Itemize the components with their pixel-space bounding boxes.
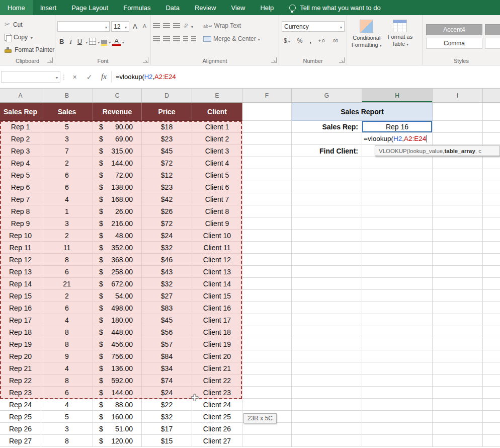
cell-empty[interactable] — [362, 157, 433, 169]
cell-empty[interactable] — [292, 435, 362, 447]
cell-price[interactable]: $32 — [142, 242, 192, 254]
formula-edit-cell[interactable]: =vlookup(H2,A2:E24 — [362, 133, 433, 145]
cell-rep[interactable]: Rep 26 — [0, 423, 41, 435]
name-box[interactable] — [1, 71, 60, 83]
cell-empty[interactable] — [292, 302, 362, 314]
cell-sales[interactable]: 8 — [41, 375, 93, 387]
cell-sales[interactable]: 2 — [41, 230, 93, 242]
style-chip-accent4[interactable]: Accent4 — [426, 24, 482, 35]
tab-help[interactable]: Help — [253, 0, 281, 15]
cell-empty[interactable] — [362, 302, 433, 314]
cell-empty[interactable] — [242, 362, 292, 375]
cell-rep[interactable]: Rep 12 — [0, 254, 41, 266]
cell-revenue[interactable]: $258.00 — [93, 266, 142, 278]
cell-client[interactable]: Client 22 — [192, 375, 242, 387]
cell-empty[interactable] — [292, 387, 362, 399]
cell-empty[interactable] — [362, 266, 433, 278]
cell-empty[interactable] — [362, 314, 433, 326]
cell-empty[interactable] — [242, 205, 292, 217]
cell-revenue[interactable]: $448.00 — [93, 326, 142, 338]
cell-empty[interactable] — [292, 350, 362, 362]
cell-empty[interactable] — [242, 290, 292, 302]
style-chip-acc[interactable]: Acc — [485, 24, 500, 35]
cell-price[interactable]: $72 — [142, 157, 192, 169]
cell-rep[interactable]: Rep 1 — [0, 121, 41, 133]
cell-empty[interactable] — [292, 242, 362, 254]
cell-empty[interactable] — [433, 362, 483, 375]
tell-me-box[interactable]: Tell me what you want to do — [289, 0, 380, 15]
cell-revenue[interactable]: $136.00 — [93, 362, 142, 375]
cell-empty[interactable] — [433, 266, 483, 278]
accounting-format-button[interactable]: $ — [281, 37, 293, 45]
format-as-table-button[interactable]: Format as Table — [385, 18, 415, 49]
cell-sales[interactable]: 1 — [41, 205, 93, 217]
cell-empty[interactable] — [362, 290, 433, 302]
cell-revenue[interactable]: $51.00 — [93, 423, 142, 435]
cell-sales[interactable]: 2 — [41, 290, 93, 302]
cell-revenue[interactable]: $26.00 — [93, 205, 142, 217]
cell-price[interactable]: $23 — [142, 133, 192, 145]
cell-empty[interactable] — [433, 338, 483, 350]
fill-color-icon[interactable] — [101, 40, 107, 44]
tab-insert[interactable]: Insert — [33, 0, 64, 15]
cell-empty[interactable] — [433, 193, 483, 205]
cell-rep[interactable]: Rep 4 — [0, 157, 41, 169]
cell-empty[interactable] — [242, 169, 292, 181]
cell-empty[interactable] — [242, 133, 292, 145]
column-header-h[interactable]: H — [362, 89, 433, 102]
cell-empty[interactable] — [433, 103, 483, 121]
cell-empty[interactable] — [433, 278, 483, 290]
cell-empty[interactable] — [242, 423, 292, 435]
cell-revenue[interactable]: $315.00 — [93, 145, 142, 157]
cell-client[interactable]: Client 3 — [192, 145, 242, 157]
format-painter-button[interactable]: Format Painter — [2, 43, 53, 56]
cell-rep[interactable]: Rep 23 — [0, 387, 41, 399]
cell-rep[interactable]: Rep 7 — [0, 193, 41, 205]
column-header-i[interactable]: I — [433, 89, 483, 102]
cell-empty[interactable] — [292, 278, 362, 290]
cell-empty[interactable] — [292, 133, 362, 145]
cell-empty[interactable] — [242, 103, 292, 121]
cell-empty[interactable] — [433, 411, 483, 423]
cell-empty[interactable] — [362, 230, 433, 242]
cell-price[interactable]: $18 — [142, 121, 192, 133]
cell-empty[interactable] — [362, 423, 433, 435]
wrap-text-button[interactable]: Wrap Text — [203, 22, 241, 29]
cell-rep[interactable]: Rep 8 — [0, 205, 41, 217]
cell-empty[interactable] — [433, 387, 483, 399]
cell-price[interactable]: $12 — [142, 169, 192, 181]
cancel-button[interactable]: × — [67, 73, 82, 81]
column-header-e[interactable]: E — [192, 89, 242, 102]
cell-rep[interactable]: Rep 16 — [0, 302, 41, 314]
cell-empty[interactable] — [292, 314, 362, 326]
cell-price[interactable]: $74 — [142, 375, 192, 387]
enter-button[interactable]: ✓ — [82, 73, 97, 81]
column-header-c[interactable]: C — [93, 89, 142, 102]
cell-revenue[interactable]: $144.00 — [93, 157, 142, 169]
cell-empty[interactable] — [242, 266, 292, 278]
cell-client[interactable]: Client 16 — [192, 302, 242, 314]
font-name-select[interactable] — [57, 21, 110, 32]
cell-empty[interactable] — [242, 230, 292, 242]
cell-client[interactable]: Client 8 — [192, 205, 242, 217]
conditional-formatting-button[interactable]: Conditional Formatting — [349, 18, 384, 50]
dialog-launcher-icon[interactable] — [47, 57, 53, 63]
cell-revenue[interactable]: $144.00 — [93, 387, 142, 399]
cell-revenue[interactable]: $498.00 — [93, 302, 142, 314]
cell-price[interactable]: $46 — [142, 254, 192, 266]
dialog-launcher-icon[interactable] — [271, 57, 277, 63]
cell-revenue[interactable]: $88.00 — [93, 399, 142, 411]
cell-client[interactable]: Client 4 — [192, 157, 242, 169]
cell-empty[interactable] — [433, 375, 483, 387]
cell-empty[interactable] — [242, 217, 292, 230]
table-header-revenue[interactable]: Revenue — [93, 103, 142, 121]
cell-sales[interactable]: 2 — [41, 157, 93, 169]
cell-sales[interactable]: 6 — [41, 169, 93, 181]
cell-sales[interactable]: 21 — [41, 278, 93, 290]
cell-sales[interactable]: 6 — [41, 387, 93, 399]
cell-empty[interactable] — [433, 314, 483, 326]
cell-revenue[interactable]: $672.00 — [93, 278, 142, 290]
cell-revenue[interactable]: $456.00 — [93, 338, 142, 350]
cell-client[interactable]: Client 6 — [192, 181, 242, 193]
cell-empty[interactable] — [292, 205, 362, 217]
